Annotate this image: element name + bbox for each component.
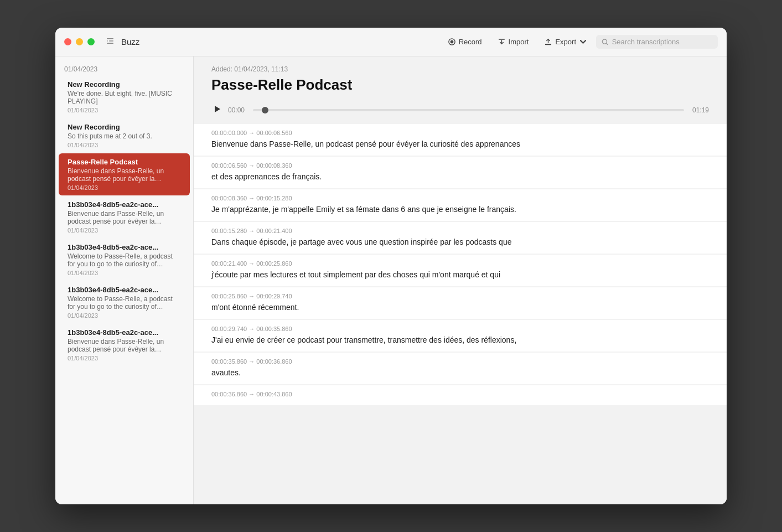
sidebar-item-date: 01/04/2023 (68, 184, 181, 191)
sidebar-item-date: 01/04/2023 (68, 107, 181, 113)
transcript-segment-1: 00:00:00.000 → 00:00:06.560 Bienvenue da… (194, 124, 727, 156)
sidebar-item-preview: Welcome to Passe-Relle, a podcast for yo… (68, 295, 181, 311)
segment-text: Dans chaque épisode, je partage avec vou… (211, 236, 709, 248)
app-window: Buzz Record Import (55, 28, 727, 504)
sidebar-item-passe-relle[interactable]: Passe-Relle Podcast Bienvenue dans Passe… (59, 153, 190, 195)
play-button[interactable] (211, 104, 222, 116)
sidebar-item-uuid-1[interactable]: 1b3b03e4-8db5-ea2c-ace... Bienvenue dans… (59, 196, 190, 238)
sidebar-item-uuid-2[interactable]: 1b3b03e4-8db5-ea2c-ace... Welcome to Pas… (59, 239, 190, 281)
svg-rect-7 (545, 44, 551, 45)
import-icon (498, 38, 506, 46)
segment-text: J'ai eu envie de créer ce podcast pour t… (211, 334, 709, 346)
titlebar: Buzz Record Import (55, 28, 727, 56)
minimize-button[interactable] (76, 38, 83, 45)
export-label: Export (555, 38, 576, 46)
sidebar-item-preview: Bienvenue dans Passe-Relle, un podcast p… (68, 338, 181, 353)
sidebar-item-title: 1b3b03e4-8db5-ea2c-ace... (68, 200, 181, 209)
segment-text: Je m'apprézante, je m'appelle Emily et s… (211, 204, 709, 215)
export-button[interactable]: Export (537, 35, 594, 49)
segment-text: j'écoute par mes lectures et tout simple… (211, 269, 709, 281)
segment-text: m'ont étonné récemment. (211, 302, 709, 313)
sidebar-item-new-recording-2[interactable]: New Recording So this puts me at 2 out o… (59, 118, 190, 153)
svg-rect-2 (107, 40, 108, 42)
content-area: Added: 01/04/2023, 11:13 Passe-Relle Pod… (194, 56, 727, 504)
main-content: 01/04/2023 New Recording We're done. But… (55, 56, 727, 504)
svg-rect-1 (109, 40, 113, 42)
sidebar-item-date: 01/04/2023 (68, 227, 181, 234)
segment-time: 00:00:29.740 → 00:00:35.860 (211, 326, 709, 332)
segment-time: 00:00:36.860 → 00:00:43.860 (211, 391, 709, 397)
sidebar-item-title: 1b3b03e4-8db5-ea2c-ace... (68, 243, 181, 251)
sidebar-item-uuid-4[interactable]: 1b3b03e4-8db5-ea2c-ace... Bienvenue dans… (59, 324, 190, 366)
sidebar-item-title: New Recording (68, 80, 181, 89)
segment-time: 00:00:35.860 → 00:00:36.860 (211, 358, 709, 365)
audio-player: 00:00 01:19 (194, 98, 727, 124)
transcript-segment-7: 00:00:29.740 → 00:00:35.860 J'ai eu envi… (194, 320, 727, 352)
segment-time: 00:00:06.560 → 00:00:08.360 (211, 162, 709, 169)
record-label: Record (459, 38, 482, 46)
sidebar-item-title: 1b3b03e4-8db5-ea2c-ace... (68, 286, 181, 294)
sidebar: 01/04/2023 New Recording We're done. But… (55, 56, 194, 504)
sidebar-item-title: Passe-Relle Podcast (68, 158, 181, 166)
search-box[interactable] (596, 35, 718, 49)
sidebar-item-title: 1b3b03e4-8db5-ea2c-ace... (68, 328, 181, 337)
sidebar-date-header: 01/04/2023 (55, 61, 193, 75)
export-icon (544, 38, 552, 46)
transcript-segment-6: 00:00:25.860 → 00:00:29.740 m'ont étonné… (194, 287, 727, 319)
transcription-list: 00:00:00.000 → 00:00:06.560 Bienvenue da… (194, 124, 727, 504)
close-button[interactable] (64, 38, 71, 45)
record-icon (448, 38, 456, 46)
transcript-segment-4: 00:00:15.280 → 00:00:21.400 Dans chaque … (194, 222, 727, 254)
sidebar-item-preview: Bienvenue dans Passe-Relle, un podcast p… (68, 210, 181, 225)
record-button[interactable]: Record (441, 35, 489, 49)
added-label: Added: 01/04/2023, 11:13 (211, 65, 709, 73)
segment-text: Bienvenue dans Passe-Relle, un podcast p… (211, 138, 709, 150)
sidebar-item-preview: Bienvenue dans Passe-Relle, un podcast p… (68, 167, 181, 183)
current-time: 00:00 (228, 106, 247, 114)
segment-time: 00:00:08.360 → 00:00:15.280 (211, 195, 709, 202)
sidebar-item-preview: We're done. But eight, five. [MUSIC PLAY… (68, 90, 181, 105)
transcript-segment-3: 00:00:08.360 → 00:00:15.280 Je m'appréza… (194, 189, 727, 221)
content-header: Added: 01/04/2023, 11:13 Passe-Relle Pod… (194, 56, 727, 98)
segment-text: et des apprenances de français. (211, 171, 709, 183)
sidebar-item-uuid-3[interactable]: 1b3b03e4-8db5-ea2c-ace... Welcome to Pas… (59, 281, 190, 323)
sidebar-item-date: 01/04/2023 (68, 312, 181, 319)
progress-thumb (262, 107, 268, 113)
svg-rect-6 (498, 39, 504, 40)
sidebar-item-new-recording-1[interactable]: New Recording We're done. But eight, fiv… (59, 76, 190, 118)
transcript-segment-2: 00:00:06.560 → 00:00:08.360 et des appre… (194, 157, 727, 188)
search-icon (602, 38, 609, 46)
chevron-down-icon (579, 38, 587, 46)
recording-title: Passe-Relle Podcast (211, 76, 709, 94)
segment-time: 00:00:25.860 → 00:00:29.740 (211, 293, 709, 299)
app-title: Buzz (121, 37, 139, 47)
segment-time: 00:00:00.000 → 00:00:06.560 (211, 130, 709, 136)
sidebar-toggle-icon[interactable] (106, 37, 115, 48)
sidebar-item-date: 01/04/2023 (68, 270, 181, 276)
search-input[interactable] (612, 38, 712, 46)
transcript-segment-9: 00:00:36.860 → 00:00:43.860 (194, 385, 727, 405)
segment-time: 00:00:15.280 → 00:00:21.400 (211, 228, 709, 234)
duration-label: 01:19 (690, 106, 709, 114)
sidebar-item-preview: Welcome to Passe-Relle, a podcast for yo… (68, 252, 181, 268)
play-icon (211, 104, 222, 115)
sidebar-item-date: 01/04/2023 (68, 355, 181, 361)
svg-rect-3 (107, 43, 113, 44)
segment-text: avautes. (211, 367, 709, 379)
import-label: Import (509, 38, 529, 46)
svg-point-5 (450, 40, 453, 44)
import-button[interactable]: Import (491, 35, 536, 49)
segment-time: 00:00:21.400 → 00:00:25.860 (211, 260, 709, 267)
traffic-lights (64, 38, 95, 45)
progress-bar[interactable] (253, 109, 684, 111)
svg-rect-0 (107, 38, 113, 39)
transcript-segment-5: 00:00:21.400 → 00:00:25.860 j'écoute par… (194, 255, 727, 286)
sidebar-item-date: 01/04/2023 (68, 142, 181, 148)
sidebar-item-title: New Recording (68, 123, 181, 131)
titlebar-actions: Record Import Export (441, 35, 718, 49)
transcript-segment-8: 00:00:35.860 → 00:00:36.860 avautes. (194, 353, 727, 384)
sidebar-item-preview: So this puts me at 2 out of 3. (68, 132, 181, 140)
maximize-button[interactable] (87, 38, 95, 45)
